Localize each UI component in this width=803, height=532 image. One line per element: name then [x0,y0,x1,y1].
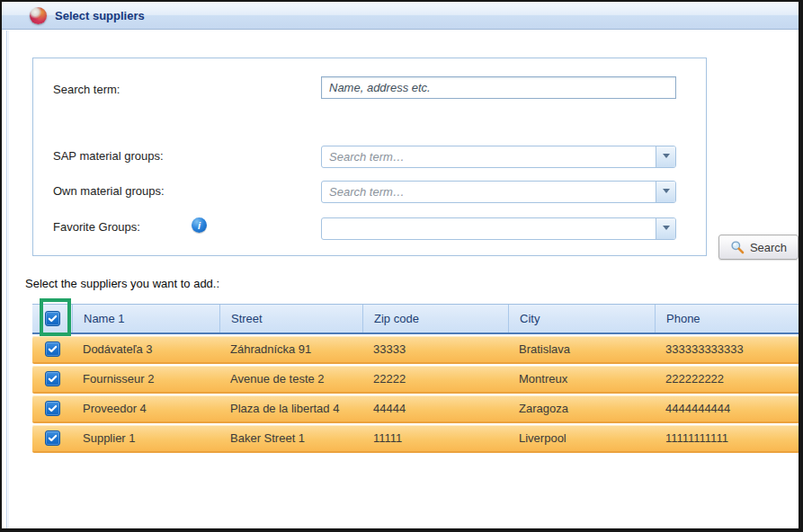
cell-phone: 11111111111 [655,425,799,451]
cell-name: Fournisseur 2 [72,366,219,392]
row-checkbox-cell [32,366,72,392]
table-row[interactable]: Supplier 1 Baker Street 1 11111 Liverpoo… [32,425,799,453]
info-icon[interactable]: i [192,217,207,233]
chevron-down-icon [663,154,670,162]
cell-zip: 33333 [362,336,508,362]
chevron-down-icon [663,189,670,197]
table-caption: Select the suppliers you want to add.: [25,277,219,290]
cell-phone: 222222222 [655,366,799,392]
row-checkbox[interactable] [45,371,60,386]
app-logo-icon [30,7,47,24]
cell-phone: 333333333333 [655,336,799,362]
cell-city: Zaragoza [508,395,655,421]
suppliers-table-body: Dodávateľa 3 Záhradnícka 91 33333 Bratis… [32,336,799,455]
select-all-checkbox[interactable] [45,311,60,326]
checkmark-icon [48,314,58,324]
own-material-groups-label: Own material groups: [53,184,165,199]
table-row[interactable]: Fournisseur 2 Avenue de teste 2 22222 Mo… [32,366,799,394]
search-term-input[interactable] [321,76,676,99]
search-term-label: Search term: [53,83,120,97]
search-panel: Search term: SAP material groups: Search… [32,58,707,256]
cell-street: Baker Street 1 [219,425,362,451]
cell-zip: 11111 [362,425,508,451]
cell-city: Liverpool [508,425,655,451]
window-title: Select suppliers [55,9,145,22]
row-checkbox[interactable] [45,430,60,446]
checkmark-icon [48,344,58,354]
checkmark-icon [48,374,58,384]
sap-material-groups-dropdown[interactable]: Search term… [321,146,676,168]
row-checkbox[interactable] [45,341,60,357]
own-material-groups-dropdown-button[interactable] [656,182,675,202]
column-header-street[interactable]: Street [219,305,362,332]
favorite-groups-label: Favorite Groups: [53,220,140,235]
search-button-label: Search [750,241,787,254]
cell-phone: 4444444444 [655,395,799,421]
favorite-groups-dropdown-button[interactable] [656,218,675,239]
cell-city: Bratislava [508,336,655,362]
cell-street: Plaza de la libertad 4 [219,395,362,421]
sap-material-groups-dropdown-button[interactable] [656,146,675,167]
cell-name: Dodávateľa 3 [72,336,219,362]
select-all-header-cell [32,305,72,332]
column-header-zip[interactable]: Zip code [362,305,508,332]
row-checkbox-cell [32,425,72,451]
table-row[interactable]: Proveedor 4 Plaza de la libertad 4 44444… [32,395,799,423]
sap-material-groups-placeholder: Search term… [322,146,656,167]
row-checkbox[interactable] [45,401,60,416]
cell-city: Montreux [508,366,655,392]
cell-name: Supplier 1 [72,425,219,451]
column-header-name[interactable]: Name 1 [72,305,219,332]
cell-name: Proveedor 4 [72,395,219,421]
own-material-groups-dropdown[interactable]: Search term… [321,181,676,203]
favorite-groups-placeholder [322,218,656,239]
checkmark-icon [48,433,58,443]
search-icon [730,240,745,254]
favorite-groups-dropdown[interactable] [321,217,676,240]
row-checkbox-cell [32,336,72,362]
title-bar: Select suppliers [2,2,799,30]
window-inner-frame-line [6,31,9,528]
suppliers-table-header: Name 1 Street Zip code City Phone [32,304,799,334]
cell-street: Avenue de teste 2 [219,366,362,392]
search-button[interactable]: Search [718,235,799,260]
table-row[interactable]: Dodávateľa 3 Záhradnícka 91 33333 Bratis… [32,336,799,364]
column-header-city[interactable]: City [508,305,655,332]
chevron-down-icon [663,226,670,234]
select-suppliers-dialog: Select suppliers Search term: SAP materi… [0,0,803,532]
cell-street: Záhradnícka 91 [219,336,362,362]
own-material-groups-placeholder: Search term… [322,182,656,202]
cell-zip: 22222 [362,366,508,392]
cell-zip: 44444 [362,395,508,421]
column-header-phone[interactable]: Phone [655,305,799,332]
checkmark-icon [48,403,58,413]
sap-material-groups-label: SAP material groups: [53,149,164,164]
row-checkbox-cell [32,395,72,421]
